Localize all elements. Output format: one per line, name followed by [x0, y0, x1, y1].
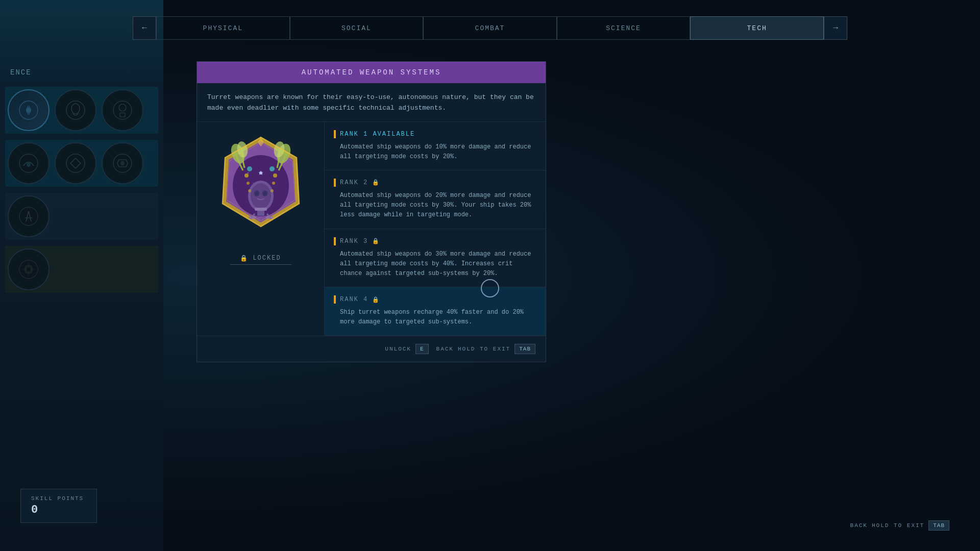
- skill-badge: [210, 132, 312, 234]
- skill-points-box: SKILL POINTS 0: [20, 489, 97, 523]
- svg-rect-38: [257, 211, 264, 216]
- rank-4-title: RANK 4: [340, 296, 368, 303]
- svg-point-8: [27, 163, 31, 167]
- sidebar-header-label: ENCE: [10, 68, 32, 77]
- rank-2-header: RANK 2 🔒: [334, 179, 536, 187]
- rank-3-lock-icon: 🔒: [372, 238, 379, 244]
- tab-tech[interactable]: TeCH: [690, 16, 824, 40]
- tab-science[interactable]: SCIENCE: [557, 16, 691, 40]
- svg-point-32: [273, 173, 277, 178]
- unlock-key-badge[interactable]: E: [415, 344, 429, 354]
- rank-bar-3: [334, 237, 336, 245]
- svg-point-35: [247, 166, 252, 171]
- skill-row-4: [5, 246, 158, 293]
- svg-point-3: [71, 104, 80, 114]
- svg-point-14: [26, 267, 31, 272]
- lock-icon: 🔒: [240, 255, 249, 262]
- rank-bar-2: [334, 179, 336, 187]
- unlock-label: UNLOCK: [385, 346, 411, 352]
- skill-points-label: SKILL POINTS: [31, 495, 86, 502]
- sidebar-header: ENCE: [0, 0, 163, 82]
- rank-item-4[interactable]: RANK 4 🔒 Ship turret weapons recharge 40…: [325, 287, 546, 336]
- rank-3-text: Automated ship weapons do 30% more damag…: [334, 249, 536, 279]
- rank-bar-4: [334, 295, 336, 304]
- svg-point-5: [119, 104, 126, 111]
- unlock-action[interactable]: UNLOCK E: [385, 344, 428, 354]
- skill-row-1: [5, 87, 158, 134]
- locked-line: [230, 264, 291, 265]
- svg-point-29: [244, 173, 249, 178]
- rank-1-text: Automated ship weapons do 10% more damag…: [334, 142, 536, 162]
- svg-point-11: [120, 161, 125, 165]
- skill-icon-2b[interactable]: [55, 142, 96, 184]
- hold-label: HOLD TO EXIT: [458, 346, 510, 352]
- svg-point-23: [254, 190, 259, 196]
- tab-social[interactable]: SOCIAL: [290, 16, 424, 40]
- nav-prev-button[interactable]: ←: [133, 16, 156, 40]
- skill-icon-1b[interactable]: [55, 89, 96, 131]
- nav-tabs: PHYSICAL SOCIAL CoMbAT SCIENCE TeCH: [156, 16, 824, 40]
- svg-point-13: [19, 260, 38, 279]
- back-key-badge[interactable]: TAB: [514, 344, 535, 354]
- bottom-back-key[interactable]: TAB: [928, 520, 949, 531]
- skill-icon-1a[interactable]: [8, 89, 50, 131]
- rank-2-title: RANK 2: [340, 179, 368, 186]
- rank-bar-1: [334, 130, 336, 138]
- svg-rect-37: [255, 208, 267, 211]
- svg-point-22: [251, 183, 271, 209]
- svg-rect-40: [266, 216, 273, 219]
- skill-grid: [0, 82, 163, 304]
- rank-4-text: Ship turret weapons recharge 40% faster …: [334, 308, 536, 327]
- skill-icon-1c[interactable]: [102, 89, 143, 131]
- back-action[interactable]: BACK HOLD TO EXIT TAB: [436, 344, 535, 354]
- sidebar: ENCE: [0, 0, 163, 551]
- rank-3-title: RANK 3: [340, 238, 368, 245]
- skill-icon-3a[interactable]: [8, 195, 50, 237]
- svg-point-36: [270, 166, 275, 171]
- panel-title: AUTOMATED WEAPON SYSTEMS: [302, 68, 442, 77]
- svg-point-16: [247, 172, 249, 173]
- ranks-area: RANK 1 AVAILABLE Automated ship weapons …: [325, 122, 546, 336]
- skill-row-3: [5, 193, 158, 240]
- locked-label: LOCKED: [253, 255, 281, 262]
- svg-point-34: [271, 189, 274, 192]
- svg-point-1: [26, 108, 31, 113]
- svg-point-31: [248, 189, 251, 192]
- tab-physical[interactable]: PHYSICAL: [156, 16, 290, 40]
- nav-next-button[interactable]: →: [824, 16, 847, 40]
- rank-1-header: RANK 1 AVAILABLE: [334, 130, 536, 138]
- rank-item-2[interactable]: RANK 2 🔒 Automated ship weapons do 20% m…: [325, 170, 546, 229]
- panel-header: AUTOMATED WEAPON SYSTEMS: [197, 62, 546, 83]
- panel-description: Turret weapons are known for their easy-…: [197, 83, 546, 122]
- bottom-back[interactable]: BACK HOLD TO EXIT TAB: [850, 520, 949, 531]
- panel-body: 🔒 LOCKED RANK 1 AVAILABLE Automated ship…: [197, 122, 546, 336]
- svg-point-9: [66, 154, 85, 172]
- svg-point-30: [247, 182, 250, 185]
- nav-bar: ← PHYSICAL SOCIAL CoMbAT SCIENCE TeCH →: [133, 15, 847, 41]
- svg-point-33: [272, 182, 275, 185]
- rank-4-header: RANK 4 🔒: [334, 295, 536, 304]
- skill-image-area: 🔒 LOCKED: [197, 122, 325, 336]
- skill-icon-4a[interactable]: [8, 248, 50, 290]
- bottom-hold-label: HOLD TO EXIT: [872, 522, 924, 529]
- rank-2-text: Automated ship weapons do 20% more damag…: [334, 191, 536, 220]
- svg-point-24: [262, 190, 267, 196]
- skill-icon-2a[interactable]: [8, 142, 50, 184]
- bottom-back-label: BACK: [850, 522, 868, 529]
- rank-item-1[interactable]: RANK 1 AVAILABLE Automated ship weapons …: [325, 122, 546, 170]
- skill-icon-2c[interactable]: [102, 142, 143, 184]
- rank-1-title: RANK 1 AVAILABLE: [340, 131, 415, 138]
- back-label: BACK: [436, 346, 454, 352]
- skill-points-value: 0: [31, 504, 86, 516]
- locked-indicator: 🔒 LOCKED: [240, 255, 281, 262]
- main-panel: AUTOMATED WEAPON SYSTEMS Turret weapons …: [197, 61, 546, 362]
- svg-rect-6: [120, 113, 125, 117]
- rank-3-header: RANK 3 🔒: [334, 237, 536, 245]
- svg-point-12: [19, 207, 38, 226]
- rank-item-3[interactable]: RANK 3 🔒 Automated ship weapons do 30% m…: [325, 229, 546, 288]
- svg-rect-39: [249, 216, 256, 219]
- skill-row-2: [5, 140, 158, 187]
- action-bar: UNLOCK E BACK HOLD TO EXIT TAB: [197, 336, 546, 362]
- rank-2-lock-icon: 🔒: [372, 179, 379, 186]
- tab-combat[interactable]: CoMbAT: [423, 16, 557, 40]
